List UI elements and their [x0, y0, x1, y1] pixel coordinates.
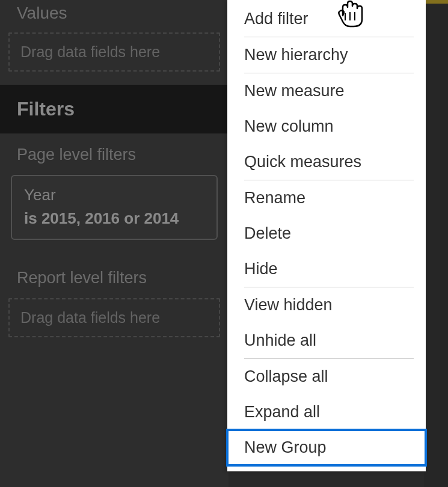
menu-collapse-all[interactable]: Collapse all	[227, 359, 426, 394]
field-context-menu: Add filter New hierarchy New measure New…	[227, 0, 426, 471]
menu-add-filter[interactable]: Add filter	[227, 1, 426, 37]
menu-hide[interactable]: Hide	[227, 251, 426, 287]
filter-field-name: Year	[24, 186, 204, 204]
report-level-filters-heading: Report level filters	[0, 248, 229, 292]
values-heading: Values	[0, 0, 229, 26]
filter-condition: is 2015, 2016 or 2014	[24, 209, 204, 228]
menu-delete[interactable]: Delete	[227, 216, 426, 251]
menu-view-hidden[interactable]: View hidden	[227, 287, 426, 323]
menu-new-column[interactable]: New column	[227, 109, 426, 144]
menu-new-hierarchy[interactable]: New hierarchy	[227, 37, 426, 73]
report-level-drop-zone[interactable]: Drag data fields here	[8, 298, 220, 337]
filters-heading: Filters	[0, 85, 229, 133]
menu-rename[interactable]: Rename	[227, 180, 426, 216]
menu-unhide-all[interactable]: Unhide all	[227, 323, 426, 358]
values-drop-zone[interactable]: Drag data fields here	[8, 32, 220, 72]
menu-new-measure[interactable]: New measure	[227, 73, 426, 109]
menu-expand-all[interactable]: Expand all	[227, 394, 426, 430]
page-level-filter-card[interactable]: Year is 2015, 2016 or 2014	[11, 175, 218, 240]
menu-quick-measures[interactable]: Quick measures	[227, 144, 426, 180]
page-level-filters-heading: Page level filters	[0, 133, 229, 169]
right-side-strip	[424, 0, 448, 487]
visualizations-side-panel: Values Drag data fields here Filters Pag…	[0, 0, 229, 487]
menu-new-group[interactable]: New Group	[227, 430, 426, 465]
